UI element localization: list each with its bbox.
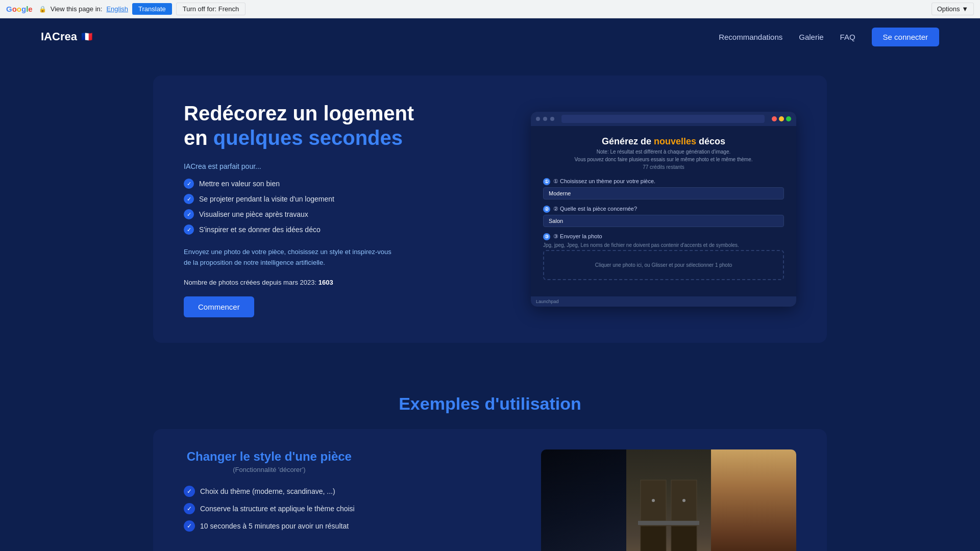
- question-icon-1: ①: [543, 178, 550, 185]
- hero-title: Redécorez un logement en quelques second…: [184, 101, 439, 150]
- logo-text: IACrea: [41, 30, 77, 43]
- examples-section: Exemples d'utilisation Changer le style …: [0, 373, 980, 551]
- translate-options-button[interactable]: Options ▼: [932, 3, 974, 15]
- upload-area[interactable]: Cliquer une photo ici, ou Glisser et pou…: [543, 250, 784, 280]
- examples-title: Exemples d'utilisation: [41, 394, 939, 414]
- hero-subtitle: IACrea est parfait pour...: [184, 162, 439, 170]
- card-feature-text-2: Conserve la structure et applique le thè…: [200, 505, 355, 513]
- feature-text-4: S'inspirer et se donner des idées déco: [199, 226, 321, 234]
- upload-text: Cliquer une photo ici, ou Glisser et pou…: [595, 262, 732, 268]
- hero-card: Redécorez un logement en quelques second…: [153, 76, 827, 343]
- nav-recommandations[interactable]: Recommandations: [719, 33, 782, 41]
- app-title-end: décos: [696, 136, 725, 146]
- app-room-label-text: ② Quelle est la pièce concernée?: [553, 206, 637, 212]
- app-footer: Launchpad: [531, 296, 796, 307]
- browser-dot-1: [536, 117, 540, 121]
- lock-icon: 🔒: [39, 6, 46, 13]
- flag-icon: 🇫🇷: [81, 31, 92, 42]
- browser-maximize-dot: [786, 116, 791, 121]
- app-credits: 77 crédits restants: [543, 164, 784, 170]
- check-icon-3: ✓: [184, 209, 194, 219]
- hero-count-value: 1603: [318, 279, 333, 286]
- card-feature-2: ✓ Conserve la structure et applique le t…: [184, 503, 355, 514]
- navbar: IACrea 🇫🇷 Recommandations Galerie FAQ Se…: [0, 18, 980, 55]
- kitchen-panel-left: [541, 449, 626, 551]
- card-feature-text-3: 10 secondes à 5 minutes pour avoir un ré…: [200, 522, 349, 530]
- app-form-title: Générez de nouvelles décos: [543, 136, 784, 147]
- kitchen-panel-center: [626, 449, 712, 551]
- app-form-room: ② ② Quelle est la pièce concernée? Salon: [543, 206, 784, 227]
- card-title-1: Changer le style d'une pièce: [184, 449, 355, 464]
- app-photo-label: ③ ③ Envoyer la photo: [543, 233, 784, 240]
- browser-bar: [531, 112, 796, 126]
- app-theme-label: ① ① Choisissez un thème pour votre pièce…: [543, 178, 784, 185]
- app-theme-select[interactable]: Moderne: [543, 187, 784, 199]
- translate-turn-off-button[interactable]: Turn off for: French: [176, 3, 246, 15]
- check-icon-2: ✓: [184, 194, 194, 204]
- app-room-label: ② ② Quelle est la pièce concernée?: [543, 206, 784, 213]
- hero-section: Redécorez un logement en quelques second…: [0, 55, 980, 373]
- navbar-logo: IACrea 🇫🇷: [41, 30, 92, 43]
- nav-galerie[interactable]: Galerie: [799, 33, 823, 41]
- translate-button[interactable]: Translate: [132, 3, 172, 15]
- check-icon-4: ✓: [184, 224, 194, 235]
- feature-list: ✓ Mettre en valeur son bien ✓ Se projete…: [184, 179, 439, 235]
- svg-point-4: [652, 499, 655, 502]
- browser-actions: [772, 116, 791, 121]
- card-feature-1: ✓ Choix du thème (moderne, scandinave, .…: [184, 486, 355, 497]
- app-note-2: Vous pouvez donc faire plusieurs essais …: [543, 157, 784, 162]
- question-icon-2: ②: [543, 206, 550, 213]
- browser-url-bar: [561, 115, 765, 123]
- feature-text-1: Mettre en valeur son bien: [199, 180, 280, 188]
- card-feature-text-1: Choix du thème (moderne, scandinave, ...…: [200, 487, 335, 495]
- app-title-highlight: nouvelles: [654, 136, 696, 146]
- navbar-nav: Recommandations Galerie FAQ Se connecter: [719, 28, 939, 46]
- hero-left: Redécorez un logement en quelques second…: [184, 101, 439, 317]
- nav-faq[interactable]: FAQ: [840, 33, 855, 41]
- feature-item-2: ✓ Se projeter pendant la visite d'un log…: [184, 194, 439, 204]
- check-blue-2: ✓: [184, 503, 195, 514]
- translate-language-link[interactable]: English: [106, 5, 128, 13]
- feature-item-1: ✓ Mettre en valeur son bien: [184, 179, 439, 189]
- google-logo: Google: [6, 5, 33, 13]
- hero-description: Envoyez une photo de votre pièce, choisi…: [184, 247, 398, 268]
- app-footer-text: Launchpad: [536, 299, 559, 304]
- example-card-1: Changer le style d'une pièce (Fonctionna…: [153, 429, 827, 551]
- svg-point-5: [682, 499, 685, 502]
- connect-button[interactable]: Se connecter: [872, 28, 939, 46]
- app-form-photo: ③ ③ Envoyer la photo Jpg, jpeg, Jpeg, Le…: [543, 233, 784, 280]
- hero-count: Nombre de photos créées depuis mars 2023…: [184, 279, 439, 286]
- question-icon-3: ③: [543, 233, 550, 240]
- check-blue-3: ✓: [184, 520, 195, 532]
- svg-rect-3: [671, 526, 697, 551]
- app-form-theme: ① ① Choisissez un thème pour votre pièce…: [543, 178, 784, 199]
- check-icon-1: ✓: [184, 179, 194, 189]
- browser-minimize-dot: [779, 116, 784, 121]
- app-screenshot: Générez de nouvelles décos Note: Le résu…: [531, 112, 796, 307]
- kitchen-panel-right: [711, 449, 796, 551]
- app-photo-label-text: ③ Envoyer la photo: [553, 233, 602, 240]
- check-blue-1: ✓: [184, 486, 195, 497]
- start-button[interactable]: Commencer: [184, 296, 254, 317]
- feature-item-4: ✓ S'inspirer et se donner des idées déco: [184, 224, 439, 235]
- card-left-1: Changer le style d'une pièce (Fonctionna…: [184, 449, 355, 538]
- browser-close-dot: [772, 116, 777, 121]
- app-theme-label-text: ① Choisissez un thème pour votre pièce.: [553, 178, 655, 185]
- card-feature-3: ✓ 10 secondes à 5 minutes pour avoir un …: [184, 520, 355, 532]
- feature-item-3: ✓ Visualiser une pièce après travaux: [184, 209, 439, 219]
- card-right-1: [541, 449, 796, 551]
- hero-title-highlight: quelques secondes: [213, 127, 403, 149]
- svg-rect-6: [638, 521, 699, 525]
- svg-rect-2: [641, 526, 666, 551]
- app-content: Générez de nouvelles décos Note: Le résu…: [531, 126, 796, 296]
- hero-count-text: Nombre de photos créées depuis mars 2023…: [184, 279, 316, 286]
- app-note-1: Note: Le résultat est différent à chaque…: [543, 149, 784, 155]
- translate-bar: Google 🔒 View this page in: English Tran…: [0, 0, 980, 18]
- hero-title-line2-plain: en: [184, 127, 213, 149]
- feature-text-3: Visualiser une pièce après travaux: [199, 210, 308, 218]
- card-subtitle-1: (Fonctionnalité 'décorer'): [184, 466, 355, 473]
- translate-bar-text: View this page in:: [51, 5, 103, 13]
- app-room-select[interactable]: Salon: [543, 215, 784, 227]
- feature-text-2: Se projeter pendant la visite d'un logem…: [199, 195, 334, 203]
- browser-dot-2: [543, 117, 547, 121]
